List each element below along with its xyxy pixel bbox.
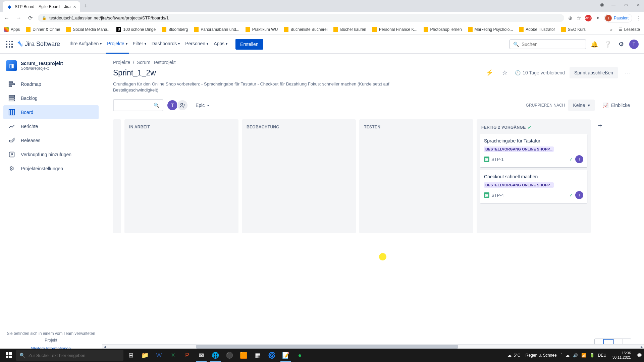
create-button[interactable]: Erstellen xyxy=(235,39,263,50)
issue-card[interactable]: Spracheingabe für Tastatur BESTELLVORGAN… xyxy=(480,134,587,167)
apps-bookmark[interactable]: Apps xyxy=(4,27,20,32)
tab-close-icon[interactable]: × xyxy=(73,4,76,9)
bookmark[interactable]: B100 schöne Dinge xyxy=(116,27,156,32)
bookmark[interactable]: Bücherliste Bücherei xyxy=(284,27,327,32)
horizontal-scrollbar[interactable]: ◀ ▶ xyxy=(102,344,644,349)
task-view-icon[interactable]: ⊞ xyxy=(124,349,138,362)
help-icon[interactable]: ❔ xyxy=(602,39,613,50)
issue-key[interactable]: STP-1 xyxy=(491,157,567,162)
tray-volume-icon[interactable]: 🔊 xyxy=(573,353,578,358)
start-button[interactable] xyxy=(2,349,15,362)
tray-chevron-icon[interactable]: ˄ xyxy=(560,353,562,358)
sidebar-item-project-settings[interactable]: ⚙Projekteinstellungen xyxy=(3,162,99,176)
mail-icon[interactable]: ✉ xyxy=(195,349,208,362)
windows-search[interactable]: 🔍 xyxy=(16,350,123,361)
obs-icon[interactable]: ⚫ xyxy=(223,349,236,362)
notifications-icon[interactable]: 🔔 xyxy=(589,39,600,50)
star-sprint-icon[interactable]: ☆ xyxy=(499,67,510,78)
star-icon[interactable]: ☆ xyxy=(577,15,581,21)
nav-filters[interactable]: Filter▾ xyxy=(131,35,148,54)
notepad-icon[interactable]: 📝 xyxy=(279,349,292,362)
more-actions-icon[interactable]: ⋯ xyxy=(623,67,633,78)
app-icon[interactable]: 🟧 xyxy=(237,349,250,362)
bookmark[interactable]: SEO Kurs xyxy=(561,27,586,32)
app-switcher-icon[interactable] xyxy=(5,40,13,48)
scrollbar-thumb[interactable] xyxy=(196,345,458,349)
breadcrumb-project[interactable]: Scrum_Testprojekt xyxy=(137,60,176,65)
search-input[interactable] xyxy=(522,42,582,47)
abp-extension-icon[interactable]: ABP xyxy=(585,15,592,21)
issue-card[interactable]: Checkout schnell machen BESTELLVORGANG O… xyxy=(480,170,587,203)
browser-reload-icon[interactable]: ⟳ xyxy=(27,13,34,22)
window-minimize-icon[interactable]: — xyxy=(610,2,617,8)
bookmark[interactable]: Bücher kaufen xyxy=(333,27,366,32)
edge-icon[interactable]: 🌀 xyxy=(265,349,278,362)
browser-menu-icon[interactable]: ⋮ xyxy=(636,15,641,21)
tray-wifi-icon[interactable]: 📶 xyxy=(581,353,586,358)
language-indicator[interactable]: DEU xyxy=(598,353,606,358)
reading-list-button[interactable]: ☰ Leseliste xyxy=(619,27,640,32)
bookmarks-overflow[interactable]: » xyxy=(610,27,612,32)
bookmark[interactable]: Photoshop lernen xyxy=(424,27,462,32)
extensions-icon[interactable]: ✦ xyxy=(596,15,600,21)
assignee-avatar[interactable]: T xyxy=(575,155,583,163)
tray-battery-icon[interactable]: 🔋 xyxy=(590,353,595,358)
sidebar-item-board[interactable]: Board xyxy=(3,105,99,119)
bookmark[interactable]: Adobe Illustrator xyxy=(519,27,555,32)
bookmark[interactable]: Bloomberg xyxy=(162,27,188,32)
chrome-icon[interactable]: 🌐 xyxy=(209,349,222,362)
bookmark[interactable]: Dinner & Crime xyxy=(26,27,60,32)
nav-your-work[interactable]: Ihre Aufgaben▾ xyxy=(68,35,103,54)
board-column-in-arbeit[interactable]: IN ARBEIT xyxy=(124,119,238,233)
zoom-icon[interactable]: ⊕ xyxy=(568,15,573,21)
add-assignee-icon[interactable] xyxy=(177,100,188,111)
sidebar-item-releases[interactable]: Releases xyxy=(3,133,99,147)
bookmark[interactable]: Personal Finance K... xyxy=(372,27,418,32)
nav-apps[interactable]: Apps▾ xyxy=(212,35,229,54)
address-bar[interactable]: 🔒 testdeutsch1.atlassian.net/jira/softwa… xyxy=(38,14,564,22)
nav-dashboards[interactable]: Dashboards▾ xyxy=(150,35,181,54)
issue-key[interactable]: STP-4 xyxy=(491,193,567,198)
app-icon[interactable]: ▦ xyxy=(251,349,264,362)
window-close-icon[interactable]: ✕ xyxy=(635,2,641,8)
epic-filter[interactable]: Epic▾ xyxy=(196,103,209,108)
sidebar-item-reports[interactable]: Berichte xyxy=(3,119,99,133)
bookmark[interactable]: Panoramabahn und... xyxy=(194,27,239,32)
epic-badge[interactable]: BESTELLVORGANG ONLINE SHOPP... xyxy=(484,146,554,152)
powerpoint-icon[interactable]: P xyxy=(180,349,194,362)
jira-logo[interactable]: Jira Software xyxy=(16,41,60,48)
tray-cloud-icon[interactable]: ☁ xyxy=(566,353,570,358)
breadcrumb-projects[interactable]: Projekte xyxy=(113,60,130,65)
assignee-filter[interactable]: T xyxy=(168,100,188,111)
settings-icon[interactable]: ⚙ xyxy=(616,39,627,50)
browser-tab[interactable]: ◆ STP Board – Agile-Board – Jira × xyxy=(3,1,80,12)
nav-projects[interactable]: Projekte▾ xyxy=(106,35,128,54)
board-column-beobachtung[interactable]: BEOBACHTUNG xyxy=(242,119,356,233)
notifications-tray-icon[interactable]: 💬 xyxy=(637,353,642,358)
sidebar-item-backlog[interactable]: Backlog xyxy=(3,91,99,105)
automation-icon[interactable]: ⚡ xyxy=(484,67,495,78)
project-header[interactable]: ◨ Scrum_Testprojekt Softwareprojekt xyxy=(3,60,99,77)
bookmark[interactable]: Praktikum WU xyxy=(246,27,278,32)
new-tab-button[interactable]: + xyxy=(84,3,88,10)
board-search[interactable]: 🔍 xyxy=(113,99,163,111)
epic-badge[interactable]: BESTELLVORGANG ONLINE SHOPP... xyxy=(484,182,554,188)
assignee-avatar[interactable]: T xyxy=(575,191,583,199)
browser-back-icon[interactable]: ← xyxy=(3,14,11,22)
bookmark[interactable]: Marketing Psycholo... xyxy=(468,27,513,32)
complete-sprint-button[interactable]: Sprint abschließen xyxy=(570,67,618,78)
profile-chip[interactable]: T Pausiert xyxy=(604,14,632,22)
explorer-icon[interactable]: 📁 xyxy=(138,349,152,362)
word-icon[interactable]: W xyxy=(152,349,166,362)
excel-icon[interactable]: X xyxy=(166,349,180,362)
board-column-testen[interactable]: TESTEN xyxy=(359,119,473,233)
assignee-avatar[interactable]: T xyxy=(167,100,178,111)
board-column-fertig[interactable]: FERTIG 2 VORGÄNGE✓ Spracheingabe für Tas… xyxy=(477,119,591,233)
spotify-icon[interactable]: ● xyxy=(293,349,307,362)
global-search[interactable]: 🔍 xyxy=(509,39,586,49)
weather-widget[interactable]: ☁5°C Regen u. Schnee xyxy=(507,353,556,358)
add-column-button[interactable]: ＋ xyxy=(594,119,606,131)
group-by-select[interactable]: Keine ▾ xyxy=(568,100,595,111)
clock[interactable]: 15:36 30.11.2021 xyxy=(610,351,634,360)
window-maximize-icon[interactable]: ▭ xyxy=(623,2,629,8)
